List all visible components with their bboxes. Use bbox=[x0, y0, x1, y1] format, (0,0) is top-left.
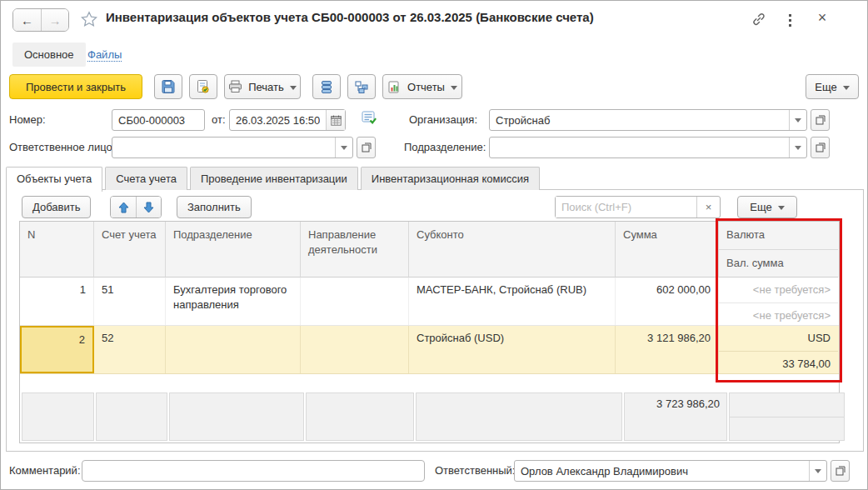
print-button[interactable]: Печать bbox=[224, 74, 301, 99]
organization-open-button[interactable] bbox=[811, 109, 830, 131]
col-header-currency-stack: Валюта Вал. сумма bbox=[719, 222, 838, 278]
col-header-amount[interactable]: Сумма bbox=[616, 222, 719, 278]
responsible-input[interactable] bbox=[515, 461, 809, 481]
cell-amount[interactable]: 602 000,00 bbox=[616, 278, 719, 325]
cell-currency-amount[interactable]: <не требуется> bbox=[719, 303, 838, 325]
search-input[interactable] bbox=[556, 197, 696, 218]
total-direction-cell bbox=[306, 392, 414, 441]
tab-accounts[interactable]: Счета учета bbox=[105, 167, 187, 190]
number-field[interactable] bbox=[112, 109, 205, 131]
history-nav-group: ← → bbox=[12, 8, 69, 32]
col-header-direction[interactable]: Направление деятельности bbox=[301, 222, 409, 278]
organization-field[interactable] bbox=[489, 109, 807, 131]
move-row-up-button[interactable] bbox=[111, 197, 136, 218]
cell-currency-amount[interactable]: 33 784,00 bbox=[719, 352, 838, 373]
post-document-icon bbox=[196, 79, 211, 94]
more-button-table[interactable]: Еще bbox=[737, 196, 797, 218]
responsible-open-button[interactable] bbox=[831, 460, 850, 482]
responsible-person-open-button[interactable] bbox=[357, 137, 376, 158]
responsible-field[interactable] bbox=[514, 460, 827, 482]
table-empty-band bbox=[20, 374, 839, 391]
document-structure-button[interactable] bbox=[347, 74, 376, 99]
reports-label: Отчеты bbox=[407, 81, 445, 93]
responsible-person-field[interactable] bbox=[112, 137, 353, 158]
cell-currency[interactable]: <не требуется> bbox=[719, 278, 838, 303]
save-button[interactable] bbox=[154, 74, 182, 99]
post-and-close-button[interactable]: Провести и закрыть bbox=[9, 74, 142, 99]
cell-direction[interactable] bbox=[301, 326, 409, 373]
cell-direction[interactable] bbox=[301, 278, 409, 325]
structure-icon bbox=[354, 80, 369, 94]
more-button-top[interactable]: Еще bbox=[806, 74, 859, 99]
comment-field[interactable] bbox=[82, 460, 425, 482]
cell-account[interactable]: 52 bbox=[94, 326, 166, 373]
favorite-star-icon[interactable] bbox=[81, 11, 97, 28]
cell-department[interactable] bbox=[166, 326, 301, 373]
reports-caret-icon bbox=[451, 86, 457, 90]
total-account-cell bbox=[96, 392, 167, 441]
reports-button[interactable]: Отчеты bbox=[382, 74, 462, 99]
cell-amount[interactable]: 3 121 986,20 bbox=[616, 326, 719, 373]
comment-input[interactable] bbox=[82, 461, 424, 481]
printer-icon bbox=[228, 80, 242, 93]
cell-account[interactable]: 51 bbox=[94, 278, 166, 325]
calendar-icon[interactable] bbox=[326, 110, 345, 130]
department-input[interactable] bbox=[490, 138, 789, 158]
cell-subconto[interactable]: МАСТЕР-БАНК, Стройснаб (RUB) bbox=[409, 278, 616, 325]
arrow-up-icon bbox=[118, 202, 129, 213]
cell-currency[interactable]: USD bbox=[719, 326, 838, 352]
tab-objects[interactable]: Объекты учета bbox=[6, 167, 102, 192]
table-row-selected[interactable]: 2 52 Стройснаб (USD) 3 121 986,20 USD 33… bbox=[20, 326, 839, 374]
responsible-person-input[interactable] bbox=[112, 138, 335, 158]
date-field[interactable] bbox=[229, 109, 346, 131]
cell-department[interactable]: Бухгалтерия торгового направления bbox=[166, 278, 301, 325]
date-input[interactable] bbox=[230, 110, 326, 130]
move-row-down-button[interactable] bbox=[136, 197, 161, 218]
cell-currency-stack: USD 33 784,00 bbox=[719, 326, 838, 373]
fill-button[interactable]: Заполнить bbox=[177, 196, 252, 218]
department-field[interactable] bbox=[489, 137, 807, 158]
responsible-person-dropdown-icon[interactable] bbox=[335, 138, 352, 158]
col-header-department[interactable]: Подразделение bbox=[166, 222, 301, 278]
tab-main[interactable]: Основное bbox=[12, 42, 86, 67]
col-header-n[interactable]: N bbox=[20, 222, 94, 278]
col-header-currency[interactable]: Валюта bbox=[719, 222, 838, 250]
search-field[interactable]: × bbox=[555, 196, 721, 218]
col-header-currency-amount[interactable]: Вал. сумма bbox=[719, 250, 838, 278]
add-row-label: Добавить bbox=[32, 201, 80, 213]
back-button[interactable]: ← bbox=[13, 9, 41, 31]
page-title: Инвентаризация объектов учета СБ00-00000… bbox=[106, 10, 594, 24]
table-row[interactable]: 1 51 Бухгалтерия торгового направления М… bbox=[20, 278, 839, 326]
add-row-button[interactable]: Добавить bbox=[22, 196, 91, 218]
post-document-button[interactable] bbox=[189, 74, 217, 99]
register-records-button[interactable] bbox=[312, 74, 341, 99]
col-header-account[interactable]: Счет учета bbox=[94, 222, 166, 278]
tab-inventory-run[interactable]: Проведение инвентаризации bbox=[190, 167, 358, 190]
footer-fields: Комментарий: Ответственный: bbox=[1, 452, 867, 489]
search-clear-icon[interactable]: × bbox=[696, 197, 720, 218]
kebab-menu-icon[interactable] bbox=[782, 12, 797, 28]
post-and-close-label: Провести и закрыть bbox=[26, 81, 126, 93]
tab-commission[interactable]: Инвентаризационная комиссия bbox=[361, 167, 540, 190]
responsible-dropdown-icon[interactable] bbox=[809, 461, 826, 481]
department-dropdown-icon[interactable] bbox=[789, 138, 806, 158]
tab-files[interactable]: Файлы bbox=[87, 48, 122, 62]
total-amount-cell: 3 723 986,20 bbox=[624, 392, 727, 441]
col-header-subconto[interactable]: Субконто bbox=[409, 222, 616, 278]
number-input[interactable] bbox=[112, 110, 204, 130]
header-fields: Номер: от: Организация: Ответственное ли… bbox=[1, 107, 867, 165]
organization-dropdown-icon[interactable] bbox=[789, 110, 806, 130]
organization-input[interactable] bbox=[490, 110, 789, 130]
cell-subconto[interactable]: Стройснаб (USD) bbox=[409, 326, 616, 373]
get-link-icon[interactable] bbox=[751, 11, 767, 28]
cell-n-selected[interactable]: 2 bbox=[20, 326, 94, 373]
more-top-label: Еще bbox=[815, 81, 836, 93]
register-icon bbox=[321, 80, 332, 94]
total-currency-cell bbox=[729, 392, 845, 441]
arrow-down-icon bbox=[143, 202, 154, 213]
department-open-button[interactable] bbox=[811, 137, 830, 158]
cell-n[interactable]: 1 bbox=[20, 278, 94, 325]
close-icon[interactable]: × bbox=[812, 8, 832, 28]
objects-panel: Добавить Заполнить × Еще N Счет учета По… bbox=[6, 189, 864, 452]
forward-button[interactable]: → bbox=[41, 9, 68, 31]
